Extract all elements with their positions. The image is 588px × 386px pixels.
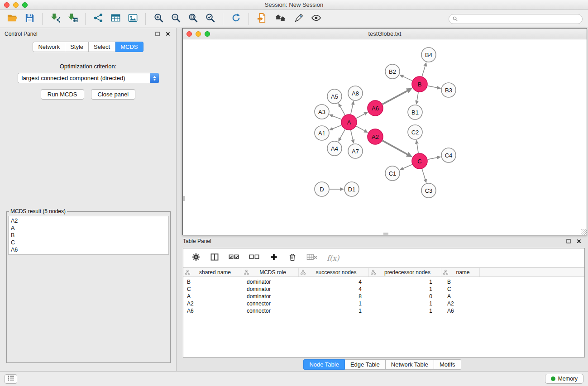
mcds-result-item[interactable]: C — [11, 239, 166, 246]
graph-edge-B-B2[interactable] — [403, 76, 412, 81]
graph-node-C2[interactable]: C2 — [408, 125, 422, 139]
memory-button[interactable]: Memory — [545, 374, 583, 384]
table-row[interactable]: A6connector11A6 — [183, 307, 584, 315]
graph-node-A[interactable]: A — [341, 114, 357, 130]
panel-list-button[interactable] — [5, 374, 17, 384]
graph-node-D[interactable]: D — [315, 182, 329, 196]
graph-node-A7[interactable]: A7 — [348, 144, 363, 158]
tab-motifs[interactable]: Motifs — [434, 359, 461, 370]
zoom-out-button[interactable] — [167, 12, 184, 26]
tab-network[interactable]: Network — [33, 42, 65, 52]
graph-edge-B-B4[interactable] — [422, 66, 425, 76]
tab-style[interactable]: Style — [65, 42, 89, 52]
tab-edge-table[interactable]: Edge Table — [345, 359, 386, 370]
search-input[interactable] — [460, 16, 578, 22]
refresh-button[interactable] — [227, 12, 244, 26]
graph-node-C3[interactable]: C3 — [421, 183, 436, 198]
canvas-left-scroll-nub[interactable] — [183, 196, 185, 201]
delete-column-button[interactable] — [288, 253, 297, 263]
table-row[interactable]: Adominator80A — [183, 293, 584, 300]
open-session-button[interactable] — [4, 12, 21, 26]
graph-node-B1[interactable]: B1 — [408, 105, 422, 119]
graph-node-C1[interactable]: C1 — [385, 166, 400, 181]
delete-table-button[interactable] — [306, 253, 317, 263]
graph-node-A1[interactable]: A1 — [315, 126, 329, 140]
network-close-traffic-light[interactable] — [186, 31, 192, 37]
close-panel-button[interactable]: Close panel — [91, 89, 136, 100]
optimization-criterion-select[interactable]: largest connected component (directed) — [18, 73, 159, 83]
minimize-traffic-light[interactable] — [13, 2, 19, 8]
deselect-all-button[interactable] — [249, 253, 260, 263]
select-all-button[interactable] — [229, 253, 239, 263]
graph-edge-C-C4[interactable] — [428, 157, 438, 159]
graph-node-A4[interactable]: A4 — [327, 141, 342, 156]
table-settings-button[interactable] — [191, 253, 201, 263]
zoom-selected-button[interactable] — [201, 12, 219, 26]
window-resize-handle[interactable] — [581, 229, 587, 235]
show-columns-button[interactable] — [210, 253, 219, 263]
graph-edge-A6-B[interactable] — [382, 91, 408, 104]
new-table-button[interactable] — [107, 12, 124, 26]
graph-node-C[interactable]: C — [412, 153, 427, 169]
eye-button[interactable] — [307, 12, 325, 26]
import-table-button[interactable] — [64, 12, 81, 26]
graph-edge-A-A3[interactable] — [332, 116, 341, 119]
column-header-MCDS-role[interactable]: MCDS role — [242, 268, 299, 276]
zoom-fit-button[interactable] — [184, 12, 201, 26]
control-panel-float-button[interactable] — [154, 30, 161, 38]
graph-edge-A-A2[interactable] — [356, 126, 365, 131]
zoom-traffic-light[interactable] — [22, 2, 28, 8]
graph-node-B[interactable]: B — [412, 76, 427, 92]
table-panel-float-button[interactable] — [565, 238, 572, 245]
mcds-result-item[interactable]: A6 — [11, 246, 166, 253]
add-column-button[interactable] — [269, 253, 278, 263]
pen-button[interactable] — [290, 12, 307, 26]
tab-network-table[interactable]: Network Table — [386, 359, 434, 370]
graph-edge-C-C1[interactable] — [403, 164, 412, 168]
column-header-predecessor-nodes[interactable]: predecessor nodes — [369, 268, 441, 276]
column-header-shared-name[interactable]: shared name — [183, 268, 242, 276]
close-traffic-light[interactable] — [4, 2, 10, 8]
column-header-successor-nodes[interactable]: successor nodes — [299, 268, 369, 276]
graph-node-B4[interactable]: B4 — [421, 48, 436, 62]
new-network-button[interactable] — [90, 12, 107, 26]
table-row[interactable]: Cdominator41C — [183, 286, 584, 293]
graph-node-A6[interactable]: A6 — [368, 100, 383, 116]
graph-edge-A-A1[interactable] — [332, 125, 341, 129]
graph-edge-A-A8[interactable] — [351, 104, 353, 114]
canvas-bottom-scroll-nub[interactable] — [383, 233, 388, 235]
tab-mcds[interactable]: MCDS — [115, 42, 143, 52]
run-mcds-button[interactable]: Run MCDS — [41, 89, 84, 100]
network-canvas[interactable]: A5A8A3A1A4A7AA6A2BB2B4B3B1CC2C4C1C3DD1 — [183, 39, 587, 235]
graph-node-C4[interactable]: C4 — [441, 148, 456, 162]
network-minimize-traffic-light[interactable] — [196, 31, 201, 37]
graph-edge-A-A6[interactable] — [356, 114, 365, 118]
table-panel-close-button[interactable] — [575, 238, 583, 245]
graph-edge-C-C2[interactable] — [417, 143, 418, 153]
import-network-button[interactable] — [47, 12, 64, 26]
graph-node-B3[interactable]: B3 — [441, 83, 456, 97]
tab-select[interactable]: Select — [89, 42, 115, 52]
graph-node-D1[interactable]: D1 — [344, 182, 359, 196]
function-builder-button[interactable]: f(x) — [327, 254, 339, 262]
graph-node-B2[interactable]: B2 — [385, 64, 400, 79]
save-session-button[interactable] — [21, 12, 38, 26]
tab-node-table[interactable]: Node Table — [303, 359, 345, 370]
table-row[interactable]: A2connector11A2 — [183, 300, 584, 307]
control-panel-close-button[interactable] — [164, 30, 172, 38]
table-row[interactable]: Bdominator41B — [183, 278, 584, 286]
graph-node-A3[interactable]: A3 — [315, 105, 329, 119]
column-header-name[interactable]: name — [441, 268, 480, 276]
mcds-result-item[interactable]: B — [11, 232, 166, 239]
graph-edge-A2-C[interactable] — [382, 141, 408, 155]
home-button[interactable] — [270, 12, 290, 26]
graph-edge-C-C3[interactable] — [422, 169, 425, 180]
mcds-result-item[interactable]: A2 — [11, 217, 166, 224]
mcds-result-item[interactable]: A — [11, 224, 166, 232]
export-image-button[interactable] — [124, 12, 141, 26]
graph-node-A2[interactable]: A2 — [368, 129, 383, 144]
zoom-in-button[interactable] — [150, 12, 167, 26]
graph-edge-A-A7[interactable] — [351, 130, 353, 140]
graph-edge-A-A5[interactable] — [340, 106, 345, 115]
graph-edge-B-B1[interactable] — [417, 92, 418, 101]
